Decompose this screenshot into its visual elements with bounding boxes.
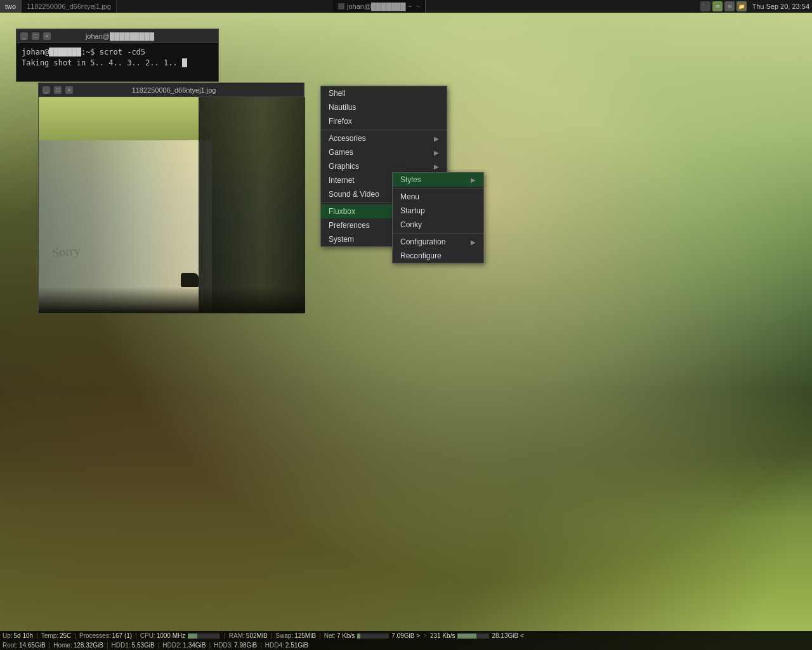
menu-games-label: Games <box>329 148 353 157</box>
fluxbox-submenu-menu[interactable]: Menu <box>393 190 483 204</box>
terminal-window: _ □ × johan@█████████ johan@███████:~$ s… <box>16 29 219 82</box>
hdd1-label: HDD1: <box>112 642 131 649</box>
taskbar-image-window[interactable]: 1182250006_d66ntyej1.jpg <box>22 0 117 13</box>
temp-label: Temp: <box>41 632 58 639</box>
menu-accesories-arrow: ▶ <box>434 135 439 142</box>
menu-item-shell[interactable]: Shell <box>321 86 447 100</box>
image-dark-building <box>199 97 305 313</box>
swap-label: Swap: <box>275 632 293 639</box>
hdd3-value: 7.98GiB <box>234 642 257 649</box>
fluxbox-submenu-reconfigure[interactable]: Reconfigure <box>393 249 483 263</box>
cpu-value: 1000 MHz <box>157 632 186 639</box>
root-value: 14.65GiB <box>19 642 46 649</box>
image-minimize-btn[interactable]: _ <box>43 86 50 94</box>
cpu-label: CPU: <box>140 632 155 639</box>
system-tray: ⬛ ✉ ⊞ 📁 <box>700 1 747 11</box>
menu-sound-video-label: Sound & Video <box>329 190 379 199</box>
menu-item-accesories[interactable]: Accesories ▶ <box>321 131 447 145</box>
fluxbox-startup-label: Startup <box>400 206 425 215</box>
swap-value: 125MiB <box>294 632 316 639</box>
statusbar: Up: 5d 10h | Temp: 25C | Processes: 167 … <box>0 631 812 650</box>
terminal-line2: Taking shot in 5.. 4.. 3.. 2.. 1.. <box>22 58 213 69</box>
image-close-btn[interactable]: × <box>65 86 73 94</box>
net-down-bar <box>357 633 389 639</box>
menu-accesories-label: Accesories <box>329 134 366 143</box>
hdd4-value: 2.51GiB <box>285 642 308 649</box>
image-window-title: 1182250006_d66ntyej1.jpg <box>27 3 111 10</box>
menu-separator-1 <box>321 129 447 130</box>
ram-value: 502MiB <box>246 632 268 639</box>
home-label: Home: <box>53 642 72 649</box>
hdd3-label: HDD3: <box>214 642 233 649</box>
statusbar-row2: Root: 14.65GiB | Home: 128.32GiB | HDD1:… <box>0 640 812 650</box>
menu-internet-label: Internet <box>329 176 355 185</box>
net-up-fill <box>457 633 476 639</box>
taskbar-tab-two[interactable]: two <box>0 0 22 13</box>
terminal-title: johan@█████████ <box>51 32 189 40</box>
image-graffiti: Sorry <box>51 243 81 260</box>
terminal-body[interactable]: johan@███████:~$ scrot -cd5 Taking shot … <box>16 43 218 81</box>
taskbar-left: two 1182250006_d66ntyej1.jpg <box>0 0 117 13</box>
uptime-value: 5d 10h <box>14 632 34 639</box>
tab-two-label: two <box>5 3 16 10</box>
root-label: Root: <box>3 642 18 649</box>
net-up1-value: 7.09GiB > <box>391 632 420 639</box>
net-up3-value: 28.13GiB < <box>492 632 523 639</box>
menu-firefox-label: Firefox <box>329 117 352 126</box>
fluxbox-submenu: Styles ▶ Menu Startup Conky Configuratio… <box>392 172 484 263</box>
net-up-bar <box>457 633 489 639</box>
fluxbox-submenu-startup[interactable]: Startup <box>393 204 483 218</box>
tray-icon-mail[interactable]: ✉ <box>712 1 723 11</box>
image-viewer-controls: _ □ × <box>43 86 73 94</box>
menu-item-firefox[interactable]: Firefox <box>321 114 447 128</box>
image-dog-silhouette <box>181 273 199 287</box>
tray-icon-folder[interactable]: 📁 <box>737 1 747 11</box>
terminal-window-controls: _ □ × <box>20 32 51 40</box>
image-maximize-btn[interactable]: □ <box>54 86 62 94</box>
terminal-maximize-btn[interactable]: □ <box>32 32 39 40</box>
fluxbox-submenu-styles[interactable]: Styles ▶ <box>393 173 483 187</box>
terminal-titlebar: _ □ × johan@█████████ <box>16 29 218 43</box>
terminal-close-indicator: ~ <box>416 3 419 10</box>
fluxbox-styles-arrow: ▶ <box>471 176 476 183</box>
menu-item-graphics[interactable]: Graphics ▶ <box>321 159 447 173</box>
fluxbox-styles-label: Styles <box>400 175 421 184</box>
terminal-icon <box>338 3 344 10</box>
cpu-bar-fill <box>188 633 197 639</box>
menu-graphics-arrow: ▶ <box>434 163 439 170</box>
menu-fluxbox-label: Fluxbox <box>329 207 355 216</box>
menu-item-games[interactable]: Games ▶ <box>321 145 447 159</box>
temp-value: 25C <box>60 632 71 639</box>
menu-nautilus-label: Nautilus <box>329 103 356 112</box>
ram-label: RAM: <box>229 632 245 639</box>
taskbar-top: two 1182250006_d66ntyej1.jpg johan@█████… <box>0 0 812 13</box>
terminal-cursor <box>182 58 187 67</box>
fluxbox-configuration-arrow: ▶ <box>471 239 476 246</box>
image-viewer-window: _ □ × 1182250006_d66ntyej1.jpg Sorry <box>38 83 304 314</box>
taskbar-tab-terminal[interactable]: johan@███████ ~ ~ <box>333 0 426 13</box>
net-down-fill <box>357 633 360 639</box>
menu-item-nautilus[interactable]: Nautilus <box>321 100 447 114</box>
hdd2-value: 1.34GiB <box>183 642 206 649</box>
datetime-display: Thu Sep 20, 23:54 <box>752 3 809 10</box>
fluxbox-submenu-configuration[interactable]: Configuration ▶ <box>393 235 483 249</box>
tray-icon-network[interactable]: ⊞ <box>724 1 735 11</box>
taskbar-right: ⬛ ✉ ⊞ 📁 Thu Sep 20, 23:54 <box>700 1 812 11</box>
terminal-window-title: johan@███████ ~ <box>347 3 412 10</box>
fluxbox-separator-2 <box>393 233 483 234</box>
terminal-close-btn[interactable]: × <box>43 32 51 40</box>
menu-graphics-label: Graphics <box>329 162 359 171</box>
menu-system-label: System <box>329 235 354 244</box>
tray-icon-monitor[interactable]: ⬛ <box>700 1 710 11</box>
terminal-minimize-btn[interactable]: _ <box>20 32 28 40</box>
cpu-bar-graph <box>188 633 219 639</box>
fluxbox-separator-1 <box>393 188 483 189</box>
image-ground <box>39 287 305 313</box>
menu-preferences-label: Preferences <box>329 221 370 230</box>
menu-games-arrow: ▶ <box>434 149 439 156</box>
image-viewer-titlebar: _ □ × 1182250006_d66ntyej1.jpg <box>39 83 304 97</box>
image-viewer-body: Sorry <box>39 97 305 313</box>
fluxbox-conky-label: Conky <box>400 220 422 229</box>
image-viewer-title: 1182250006_d66ntyej1.jpg <box>73 86 275 94</box>
fluxbox-submenu-conky[interactable]: Conky <box>393 218 483 232</box>
